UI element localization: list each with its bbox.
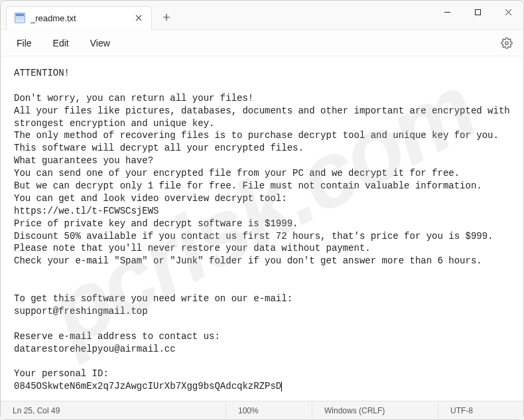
text-cursor xyxy=(281,382,282,391)
statusbar: Ln 25, Col 49 100% Windows (CRLF) UTF-8 xyxy=(1,401,523,419)
close-tab-button[interactable] xyxy=(134,13,143,23)
close-window-button[interactable] xyxy=(493,1,523,25)
text-editor-area[interactable]: ATTENTION! Don't worry, you can return a… xyxy=(1,56,523,401)
status-lineending[interactable]: Windows (CRLF) xyxy=(312,401,438,419)
document-body-text: ATTENTION! Don't worry, you can return a… xyxy=(14,68,515,391)
svg-point-1 xyxy=(505,41,509,44)
minimize-button[interactable] xyxy=(432,1,462,25)
menu-view[interactable]: View xyxy=(80,34,121,52)
menu-edit[interactable]: Edit xyxy=(42,34,80,52)
maximize-button[interactable] xyxy=(462,1,493,25)
menu-file[interactable]: File xyxy=(6,34,42,52)
menubar: File Edit View xyxy=(1,30,523,56)
status-encoding[interactable]: UTF-8 xyxy=(438,401,523,419)
settings-button[interactable] xyxy=(495,32,518,54)
new-tab-button[interactable] xyxy=(156,7,177,28)
notepad-window: _readme.txt File Edit View xyxy=(0,0,524,420)
document-tab[interactable]: _readme.txt xyxy=(6,6,152,30)
notepad-icon xyxy=(15,13,25,23)
svg-rect-0 xyxy=(475,10,480,15)
tab-title: _readme.txt xyxy=(31,13,129,23)
titlebar: _readme.txt xyxy=(1,1,523,30)
status-zoom[interactable]: 100% xyxy=(226,401,312,419)
window-controls xyxy=(432,1,523,30)
status-position[interactable]: Ln 25, Col 49 xyxy=(1,401,226,419)
